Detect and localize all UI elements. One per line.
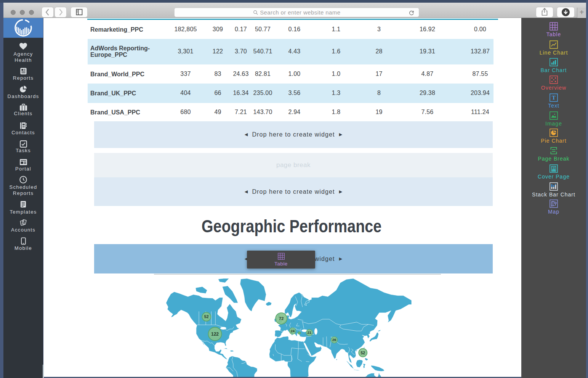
svg-text:24: 24 bbox=[290, 329, 295, 333]
svg-text:26: 26 bbox=[332, 338, 336, 342]
svg-text:T: T bbox=[552, 95, 556, 101]
svg-text:122: 122 bbox=[211, 331, 219, 337]
svg-text:52: 52 bbox=[360, 351, 365, 355]
svg-text:72: 72 bbox=[279, 316, 284, 321]
svg-text:52: 52 bbox=[204, 314, 209, 319]
svg-text:21: 21 bbox=[308, 330, 312, 335]
